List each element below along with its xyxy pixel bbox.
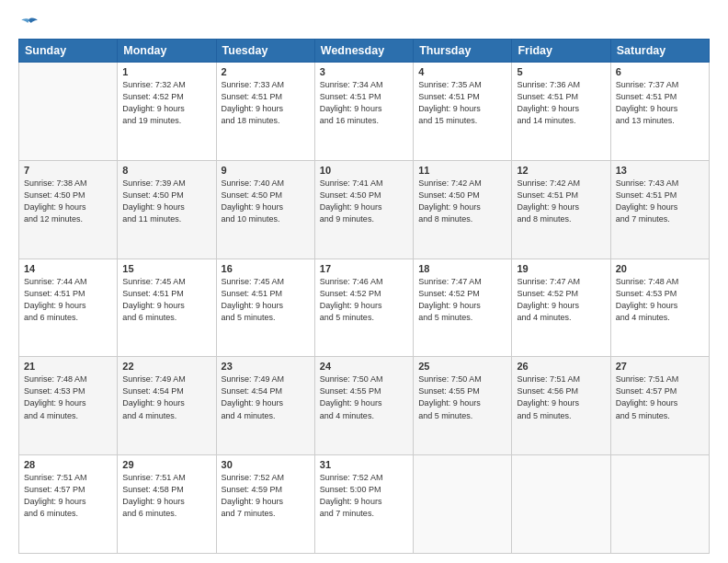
day-number: 6 xyxy=(616,66,704,77)
day-info: Sunrise: 7:36 AM Sunset: 4:51 PM Dayligh… xyxy=(517,79,605,127)
day-info: Sunrise: 7:50 AM Sunset: 4:55 PM Dayligh… xyxy=(320,373,408,421)
calendar-week-row: 21Sunrise: 7:48 AM Sunset: 4:53 PM Dayli… xyxy=(19,357,710,455)
day-number: 10 xyxy=(320,165,408,176)
day-info: Sunrise: 7:48 AM Sunset: 4:53 PM Dayligh… xyxy=(616,276,704,324)
day-number: 3 xyxy=(320,66,408,77)
calendar-cell: 19Sunrise: 7:47 AM Sunset: 4:52 PM Dayli… xyxy=(512,259,610,357)
day-number: 2 xyxy=(222,66,310,77)
calendar-cell: 9Sunrise: 7:40 AM Sunset: 4:50 PM Daylig… xyxy=(216,160,314,259)
day-info: Sunrise: 7:52 AM Sunset: 4:59 PM Dayligh… xyxy=(222,472,310,520)
day-info: Sunrise: 7:51 AM Sunset: 4:56 PM Dayligh… xyxy=(517,373,605,421)
calendar-cell: 12Sunrise: 7:42 AM Sunset: 4:51 PM Dayli… xyxy=(512,160,610,259)
day-info: Sunrise: 7:33 AM Sunset: 4:51 PM Dayligh… xyxy=(222,79,310,127)
calendar-cell: 31Sunrise: 7:52 AM Sunset: 5:00 PM Dayli… xyxy=(314,455,413,554)
calendar-week-row: 14Sunrise: 7:44 AM Sunset: 4:51 PM Dayli… xyxy=(19,259,710,357)
calendar-cell: 8Sunrise: 7:39 AM Sunset: 4:50 PM Daylig… xyxy=(118,160,216,259)
calendar-cell: 2Sunrise: 7:33 AM Sunset: 4:51 PM Daylig… xyxy=(216,63,314,161)
calendar-cell: 10Sunrise: 7:41 AM Sunset: 4:50 PM Dayli… xyxy=(314,160,413,259)
weekday-header-row: SundayMondayTuesdayWednesdayThursdayFrid… xyxy=(19,40,710,63)
day-number: 26 xyxy=(517,361,605,372)
day-info: Sunrise: 7:47 AM Sunset: 4:52 PM Dayligh… xyxy=(517,276,605,324)
calendar-cell: 22Sunrise: 7:49 AM Sunset: 4:54 PM Dayli… xyxy=(118,357,216,455)
weekday-header-saturday: Saturday xyxy=(610,40,709,63)
calendar-table: SundayMondayTuesdayWednesdayThursdayFrid… xyxy=(18,39,710,554)
day-info: Sunrise: 7:48 AM Sunset: 4:53 PM Dayligh… xyxy=(24,373,112,421)
calendar-cell: 11Sunrise: 7:42 AM Sunset: 4:50 PM Dayli… xyxy=(414,160,512,259)
calendar-cell: 14Sunrise: 7:44 AM Sunset: 4:51 PM Dayli… xyxy=(19,259,118,357)
day-number: 15 xyxy=(122,263,210,274)
calendar-cell: 16Sunrise: 7:45 AM Sunset: 4:51 PM Dayli… xyxy=(216,259,314,357)
day-info: Sunrise: 7:51 AM Sunset: 4:57 PM Dayligh… xyxy=(616,373,704,421)
weekday-header-thursday: Thursday xyxy=(414,40,512,63)
calendar-cell: 23Sunrise: 7:49 AM Sunset: 4:54 PM Dayli… xyxy=(216,357,314,455)
calendar-cell xyxy=(414,455,512,554)
calendar-cell: 20Sunrise: 7:48 AM Sunset: 4:53 PM Dayli… xyxy=(610,259,709,357)
day-number: 29 xyxy=(122,459,210,470)
day-info: Sunrise: 7:40 AM Sunset: 4:50 PM Dayligh… xyxy=(222,178,310,225)
calendar-cell: 21Sunrise: 7:48 AM Sunset: 4:53 PM Dayli… xyxy=(19,357,118,455)
day-info: Sunrise: 7:45 AM Sunset: 4:51 PM Dayligh… xyxy=(122,276,210,324)
day-info: Sunrise: 7:52 AM Sunset: 5:00 PM Dayligh… xyxy=(320,472,408,520)
day-info: Sunrise: 7:39 AM Sunset: 4:50 PM Dayligh… xyxy=(122,178,210,225)
day-number: 21 xyxy=(24,361,112,372)
day-number: 14 xyxy=(24,263,112,274)
day-info: Sunrise: 7:41 AM Sunset: 4:50 PM Dayligh… xyxy=(320,178,408,225)
weekday-header-tuesday: Tuesday xyxy=(216,40,314,63)
day-number: 22 xyxy=(122,361,210,372)
day-number: 27 xyxy=(616,361,704,372)
calendar-cell: 7Sunrise: 7:38 AM Sunset: 4:50 PM Daylig… xyxy=(19,160,118,259)
day-info: Sunrise: 7:38 AM Sunset: 4:50 PM Dayligh… xyxy=(24,178,112,225)
day-number: 28 xyxy=(24,459,112,470)
day-info: Sunrise: 7:32 AM Sunset: 4:52 PM Dayligh… xyxy=(122,79,210,127)
day-info: Sunrise: 7:50 AM Sunset: 4:55 PM Dayligh… xyxy=(418,373,506,421)
day-info: Sunrise: 7:46 AM Sunset: 4:52 PM Dayligh… xyxy=(320,276,408,324)
weekday-header-wednesday: Wednesday xyxy=(314,40,413,63)
day-number: 5 xyxy=(517,66,605,77)
calendar-cell: 5Sunrise: 7:36 AM Sunset: 4:51 PM Daylig… xyxy=(512,63,610,161)
weekday-header-friday: Friday xyxy=(512,40,610,63)
day-number: 1 xyxy=(122,66,210,77)
calendar-cell xyxy=(610,455,709,554)
calendar-week-row: 1Sunrise: 7:32 AM Sunset: 4:52 PM Daylig… xyxy=(19,63,710,161)
day-info: Sunrise: 7:49 AM Sunset: 4:54 PM Dayligh… xyxy=(222,373,310,421)
calendar-cell: 18Sunrise: 7:47 AM Sunset: 4:52 PM Dayli… xyxy=(414,259,512,357)
day-number: 16 xyxy=(222,263,310,274)
calendar-cell: 1Sunrise: 7:32 AM Sunset: 4:52 PM Daylig… xyxy=(118,63,216,161)
day-number: 20 xyxy=(616,263,704,274)
calendar-cell: 29Sunrise: 7:51 AM Sunset: 4:58 PM Dayli… xyxy=(118,455,216,554)
calendar-cell: 24Sunrise: 7:50 AM Sunset: 4:55 PM Dayli… xyxy=(314,357,413,455)
calendar-week-row: 28Sunrise: 7:51 AM Sunset: 4:57 PM Dayli… xyxy=(19,455,710,554)
weekday-header-monday: Monday xyxy=(118,40,216,63)
day-number: 30 xyxy=(222,459,310,470)
page: SundayMondayTuesdayWednesdayThursdayFrid… xyxy=(0,0,728,563)
day-number: 12 xyxy=(517,165,605,176)
calendar-cell: 25Sunrise: 7:50 AM Sunset: 4:55 PM Dayli… xyxy=(414,357,512,455)
day-number: 31 xyxy=(320,459,408,470)
day-info: Sunrise: 7:45 AM Sunset: 4:51 PM Dayligh… xyxy=(222,276,310,324)
day-number: 13 xyxy=(616,165,704,176)
day-info: Sunrise: 7:35 AM Sunset: 4:51 PM Dayligh… xyxy=(418,79,506,127)
calendar-week-row: 7Sunrise: 7:38 AM Sunset: 4:50 PM Daylig… xyxy=(19,160,710,259)
calendar-cell: 27Sunrise: 7:51 AM Sunset: 4:57 PM Dayli… xyxy=(610,357,709,455)
day-number: 19 xyxy=(517,263,605,274)
day-info: Sunrise: 7:42 AM Sunset: 4:51 PM Dayligh… xyxy=(517,178,605,225)
day-number: 4 xyxy=(418,66,506,77)
calendar-cell: 4Sunrise: 7:35 AM Sunset: 4:51 PM Daylig… xyxy=(414,63,512,161)
header xyxy=(18,17,710,29)
day-info: Sunrise: 7:51 AM Sunset: 4:57 PM Dayligh… xyxy=(24,472,112,520)
calendar-cell: 15Sunrise: 7:45 AM Sunset: 4:51 PM Dayli… xyxy=(118,259,216,357)
day-info: Sunrise: 7:43 AM Sunset: 4:51 PM Dayligh… xyxy=(616,178,704,225)
day-number: 11 xyxy=(418,165,506,176)
day-info: Sunrise: 7:47 AM Sunset: 4:52 PM Dayligh… xyxy=(418,276,506,324)
weekday-header-sunday: Sunday xyxy=(19,40,118,63)
calendar-cell xyxy=(19,63,118,161)
day-info: Sunrise: 7:49 AM Sunset: 4:54 PM Dayligh… xyxy=(122,373,210,421)
calendar-cell: 28Sunrise: 7:51 AM Sunset: 4:57 PM Dayli… xyxy=(19,455,118,554)
logo-bird-icon xyxy=(21,17,38,29)
day-number: 24 xyxy=(320,361,408,372)
day-number: 23 xyxy=(222,361,310,372)
day-info: Sunrise: 7:42 AM Sunset: 4:50 PM Dayligh… xyxy=(418,178,506,225)
day-number: 7 xyxy=(24,165,112,176)
day-number: 9 xyxy=(222,165,310,176)
day-info: Sunrise: 7:37 AM Sunset: 4:51 PM Dayligh… xyxy=(616,79,704,127)
